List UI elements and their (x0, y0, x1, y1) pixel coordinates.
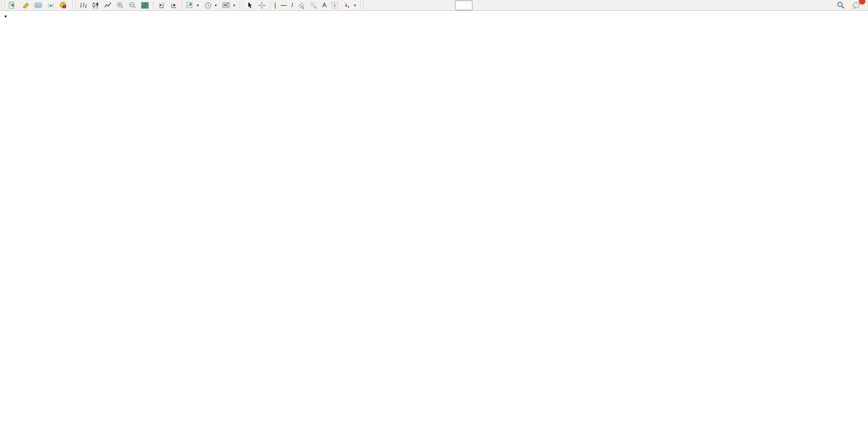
chart-title: ▼ (4, 13, 13, 20)
chart-canvas[interactable] (0, 0, 868, 438)
collapse-triangle-icon[interactable]: ▼ (4, 14, 8, 19)
trading-terminal-window: ▼ ▼ ▼ | — / E F A T ▼ (0, 0, 868, 438)
